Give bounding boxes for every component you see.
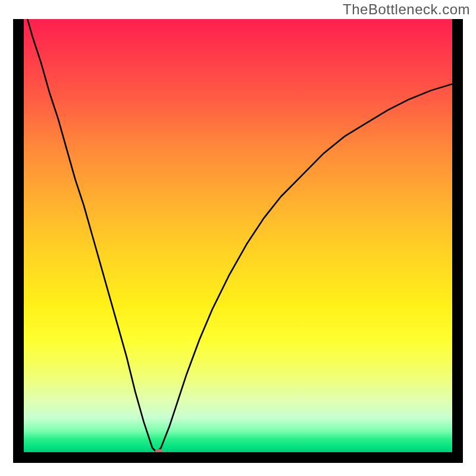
plot-area (24, 19, 452, 452)
heat-gradient (24, 19, 452, 452)
chart-container: TheBottleneck.com (0, 0, 476, 476)
watermark-label: TheBottleneck.com (343, 1, 470, 18)
chart-frame (13, 19, 463, 463)
